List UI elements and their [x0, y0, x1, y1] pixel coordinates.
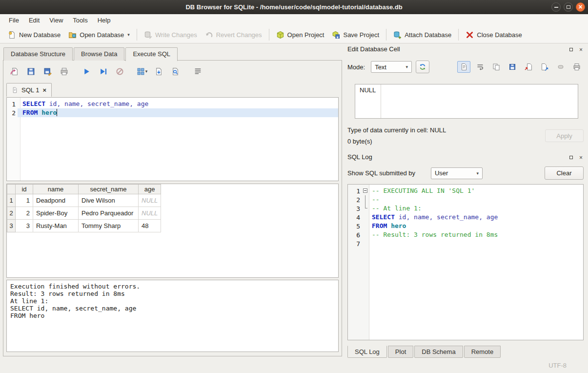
save-sql-file-as-button[interactable] [42, 66, 52, 76]
cell-id[interactable]: 1 [16, 194, 33, 207]
execute-current-line-button[interactable] [98, 66, 108, 76]
maximize-button[interactable] [564, 2, 573, 12]
word-wrap-button[interactable] [473, 61, 487, 73]
results-header-row: id name secret_name age [7, 185, 161, 194]
save-cell-button[interactable] [506, 61, 519, 73]
tab-execute-sql[interactable]: Execute SQL [125, 47, 178, 61]
cell-id[interactable]: 2 [16, 207, 33, 220]
menu-help[interactable]: Help [93, 15, 116, 26]
sql-editor[interactable]: 1 SELECT id, name, secret_name, age 2 FR… [6, 97, 339, 181]
new-database-label: New Database [19, 31, 61, 39]
export-cell-button[interactable] [538, 61, 551, 73]
set-null-button[interactable] [554, 61, 567, 73]
cell-editor[interactable]: NULL [355, 84, 578, 119]
cell-name[interactable]: Deadpond [33, 194, 79, 207]
log-filter-select[interactable]: User ▾ [431, 167, 483, 179]
tab-browse-data[interactable]: Browse Data [74, 47, 124, 61]
table-row[interactable]: 1 1 Deadpond Dive Wilson NULL [7, 194, 161, 207]
tab-db-schema[interactable]: DB Schema [414, 346, 463, 358]
close-database-button[interactable]: Close Database [462, 28, 526, 41]
cell-age[interactable]: NULL [139, 207, 161, 220]
open-project-button[interactable]: Open Project [272, 28, 328, 41]
fold-guide-line [365, 195, 365, 204]
cell-name[interactable]: Spider-Boy [33, 207, 79, 220]
table-row[interactable]: 3 3 Rusty-Man Tommy Sharp 48 [7, 220, 161, 232]
menu-edit[interactable]: Edit [24, 15, 44, 26]
format-sql-button[interactable] [193, 66, 203, 76]
print-icon [573, 63, 581, 71]
column-header-secret-name[interactable]: secret_name [79, 185, 139, 194]
fold-collapse-icon[interactable] [363, 188, 367, 193]
save-results-button[interactable] [154, 66, 163, 76]
sql-1-tab[interactable]: SQL 1 × [6, 83, 52, 97]
save-sql-file-button[interactable] [26, 66, 36, 76]
execute-all-button[interactable] [81, 66, 91, 76]
menu-view[interactable]: View [44, 15, 68, 26]
auto-refresh-button[interactable] [416, 61, 429, 73]
line-number: 3 [348, 205, 362, 212]
execution-message-area: Execution finished without errors. Resul… [6, 280, 339, 352]
save-project-button[interactable]: Save Project [328, 28, 383, 41]
line-number: 2 [7, 109, 18, 117]
find-replace-button[interactable] [170, 66, 180, 76]
sql-log-dock-buttons: × [568, 154, 584, 161]
cell-editor-content[interactable] [381, 84, 578, 118]
set-null-icon [557, 63, 565, 71]
float-dock-button[interactable] [568, 154, 574, 161]
open-database-button[interactable]: Open Database ▾ [64, 28, 134, 41]
results-table[interactable]: id name secret_name age 1 1 Deadpond Div… [7, 184, 161, 232]
sql-file-icon [12, 87, 18, 93]
open-database-dropdown-icon[interactable]: ▾ [127, 32, 130, 37]
maximize-icon [567, 5, 570, 9]
close-dock-button[interactable]: × [578, 46, 584, 53]
row-number[interactable]: 1 [7, 194, 16, 207]
close-dock-button[interactable]: × [578, 154, 584, 161]
minimize-button[interactable] [551, 2, 561, 12]
cell-age[interactable]: 48 [139, 220, 161, 232]
main-tabbar: Database Structure Browse Data Execute S… [3, 47, 342, 61]
tab-sql-log[interactable]: SQL Log [347, 346, 387, 358]
cell-id[interactable]: 3 [16, 220, 33, 232]
revert-changes-icon [205, 31, 213, 39]
tab-database-structure[interactable]: Database Structure [3, 47, 73, 61]
execute-all-icon [82, 67, 91, 76]
print-sql-button[interactable] [59, 66, 69, 76]
titlebar[interactable]: DB Browser for SQLite - /home/user/code/… [0, 0, 588, 14]
cell-name[interactable]: Rusty-Man [33, 220, 79, 232]
sql-log-viewer[interactable]: 1 -- EXECUTING ALL IN 'SQL 1' 2 -- 3 -- … [347, 184, 584, 340]
clear-log-button[interactable]: Clear [545, 166, 584, 180]
text-mode-button[interactable] [457, 61, 470, 73]
close-sql-tab-icon[interactable]: × [42, 87, 46, 93]
print-cell-button[interactable] [570, 61, 583, 73]
column-header-age[interactable]: age [139, 185, 161, 194]
copy-cell-button[interactable] [489, 61, 503, 73]
cell-secret-name[interactable]: Dive Wilson [79, 194, 139, 207]
export-results-button[interactable]: ▾ [137, 66, 147, 76]
row-number[interactable]: 2 [7, 207, 16, 220]
mode-select[interactable]: Text ▾ [371, 61, 412, 73]
import-icon [525, 63, 532, 71]
cell-secret-name[interactable]: Pedro Parqueador [79, 207, 139, 220]
tab-remote[interactable]: Remote [464, 346, 501, 358]
toolbar-separator [137, 29, 137, 41]
import-cell-button[interactable] [522, 61, 535, 73]
right-panel: Edit Database Cell × Mode: Text ▾ [345, 43, 588, 358]
attach-database-button[interactable]: Attach Database [389, 28, 455, 41]
export-results-dropdown-icon[interactable]: ▾ [145, 69, 148, 74]
float-dock-icon [569, 156, 573, 159]
fold-margin[interactable] [362, 186, 369, 195]
open-sql-file-button[interactable] [9, 66, 19, 76]
menu-file[interactable]: File [4, 15, 24, 26]
column-header-name[interactable]: name [33, 185, 79, 194]
column-header-id[interactable]: id [16, 185, 33, 194]
row-number[interactable]: 3 [7, 220, 16, 232]
new-database-button[interactable]: New Database [4, 28, 64, 41]
table-corner[interactable] [7, 185, 16, 194]
cell-age[interactable]: NULL [139, 194, 161, 207]
close-window-button[interactable]: × [576, 2, 585, 12]
table-row[interactable]: 2 2 Spider-Boy Pedro Parqueador NULL [7, 207, 161, 220]
tab-plot[interactable]: Plot [388, 346, 413, 358]
float-dock-button[interactable] [568, 46, 574, 53]
menu-tools[interactable]: Tools [68, 15, 92, 26]
cell-secret-name[interactable]: Tommy Sharp [79, 220, 139, 232]
